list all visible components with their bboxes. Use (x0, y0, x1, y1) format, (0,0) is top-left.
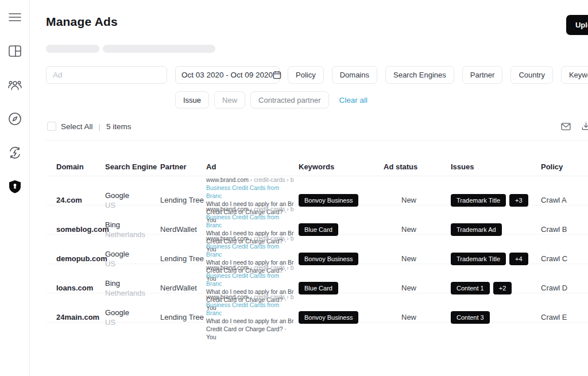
filter-button-country[interactable]: Country (510, 66, 553, 84)
table-row[interactable]: loans.com Bing Netherlands NerdWallet ww… (46, 264, 588, 293)
shield-security-icon[interactable] (8, 180, 22, 193)
search-engine-cell: Google US (105, 191, 160, 210)
loading-skeletons (46, 45, 588, 53)
select-all-label: Select All (61, 122, 93, 131)
keyword-chip: Blue Card (299, 282, 338, 294)
team-icon[interactable] (8, 78, 22, 92)
policy-cell: Crawl E (541, 313, 588, 321)
partner-cell: NerdWallet (160, 225, 206, 234)
ad-title-link[interactable]: Business Credit Cards from Branc (206, 243, 294, 259)
page-title: Manage Ads (46, 15, 118, 29)
column-header-ad-status: Ad status (384, 162, 451, 171)
keywords-cell: Bonvoy Business (299, 194, 384, 207)
policy-cell: Crawl C (541, 254, 588, 263)
issue-chip[interactable]: Content 3 (451, 311, 490, 324)
issue-more-chip[interactable]: +4 (509, 253, 528, 265)
issues-cell: Content 1 +2 (451, 282, 541, 294)
skeleton-bar (103, 45, 215, 53)
upload-button[interactable]: Upload (566, 15, 588, 35)
table-row[interactable]: someblog.com Bing Netherlands NerdWallet… (46, 206, 588, 235)
filter-button-policy[interactable]: Policy (288, 66, 324, 84)
ad-title-link[interactable]: Business Credit Cards from Branc (206, 214, 294, 230)
domain-cell: demopub.com (46, 254, 105, 263)
domain-cell: someblog.com (46, 225, 105, 234)
clear-all-link[interactable]: Clear all (339, 96, 368, 104)
partner-cell: Lending Tree (160, 313, 206, 321)
hamburger-menu-icon[interactable] (8, 10, 22, 24)
download-icon[interactable] (582, 122, 588, 131)
policy-cell: Crawl D (541, 284, 588, 292)
country-label: Netherlands (105, 289, 160, 297)
issue-more-chip[interactable]: +3 (509, 194, 528, 207)
filter-button-keywords[interactable]: Keywords (561, 66, 588, 84)
issue-chip[interactable]: Trademark Title (451, 253, 506, 265)
country-label: US (105, 259, 160, 268)
table-row[interactable]: demopub.com Google US Lending Tree www.b… (46, 235, 588, 264)
ad-status-cell: New (384, 313, 451, 321)
column-header-keywords: Keywords (299, 162, 384, 171)
policy-cell: Crawl B (541, 225, 588, 234)
ad-status-cell: New (384, 196, 451, 204)
keywords-cell: Blue Card (299, 223, 384, 236)
dashboard-icon[interactable] (8, 44, 22, 58)
issue-chip[interactable]: Content 1 (451, 282, 490, 294)
compass-icon[interactable] (8, 112, 22, 126)
keyword-chip: Blue Card (299, 223, 338, 236)
search-engine-cell: Bing Netherlands (105, 279, 160, 297)
keyword-chip: Bonvoy Business (299, 194, 358, 207)
ad-title-link[interactable]: Business Credit Cards from Branc (206, 301, 294, 317)
applied-filter-issue[interactable]: Issue (175, 91, 209, 108)
applied-filter-contracted-partner[interactable]: Contracted partner (250, 91, 328, 108)
keyword-chip: Bonvoy Business (299, 253, 358, 265)
column-header-partner: Partner (160, 162, 206, 171)
table-tools (561, 122, 588, 131)
country-label: US (105, 318, 160, 327)
main-content: Manage Ads Upload Oct 03 2020 - Oct 09 2… (30, 0, 588, 376)
partner-cell: NerdWallet (160, 284, 206, 292)
applied-filter-new[interactable]: New (214, 91, 245, 108)
column-header-issues: Issues (451, 162, 541, 171)
ad-status-cell: New (384, 284, 451, 292)
email-icon[interactable] (561, 123, 571, 130)
issues-cell: Content 3 (451, 311, 541, 324)
partner-cell: Lending Tree (160, 254, 206, 263)
ad-status-cell: New (384, 254, 451, 263)
ad-search-input[interactable] (46, 66, 167, 84)
issue-chip[interactable]: Trademark Title (451, 194, 506, 207)
column-header-policy: Policy (541, 162, 588, 171)
applied-filters: Issue New Contracted partner Clear all (175, 91, 588, 108)
ad-title-link[interactable]: Business Credit Cards from Branc (206, 272, 294, 288)
separator: | (99, 122, 100, 131)
date-range-picker[interactable]: Oct 03 2020 - Oct 09 2020 (175, 66, 280, 84)
filter-button-partner[interactable]: Partner (462, 66, 503, 84)
skeleton-bar (46, 45, 99, 53)
calendar-icon (273, 71, 281, 79)
country-label: US (105, 201, 160, 210)
select-all-checkbox[interactable] (47, 122, 56, 131)
keywords-cell: Bonvoy Business (299, 311, 384, 324)
keywords-cell: Blue Card (299, 282, 384, 294)
issue-chip[interactable]: Trademark Ad (451, 223, 502, 236)
keyword-chip: Bonvoy Business (299, 311, 358, 324)
table-row[interactable]: 24.com Google US Lending Tree www.brand.… (46, 176, 588, 206)
ad-preview-cell: www.brand.com › credit-cards › b Busines… (206, 293, 299, 342)
table-header: Domain Search Engine Partner Ad Keywords… (46, 157, 588, 176)
ad-title-link[interactable]: Business Credit Cards from Branc (206, 184, 294, 200)
filter-button-domains[interactable]: Domains (332, 66, 377, 84)
issues-cell: Trademark Title +4 (451, 253, 541, 265)
search-engine-cell: Google US (105, 250, 160, 268)
filter-button-search-engines[interactable]: Search Engines (385, 66, 454, 84)
ads-table: Domain Search Engine Partner Ad Keywords… (46, 157, 588, 323)
issue-more-chip[interactable]: +2 (493, 282, 512, 294)
sidebar (0, 0, 30, 376)
search-engine-cell: Google US (105, 308, 160, 327)
sync-energy-icon[interactable] (8, 146, 22, 160)
selection-bar: Select All | 5 items (46, 122, 588, 141)
column-header-search-engine: Search Engine (105, 162, 160, 171)
policy-cell: Crawl A (541, 196, 588, 204)
keywords-cell: Bonvoy Business (299, 253, 384, 265)
domain-cell: 24.com (46, 196, 105, 204)
table-row[interactable]: 24main.com Google US Lending Tree www.br… (46, 293, 588, 323)
issues-cell: Trademark Title +3 (451, 194, 541, 207)
column-header-domain: Domain (46, 162, 105, 171)
